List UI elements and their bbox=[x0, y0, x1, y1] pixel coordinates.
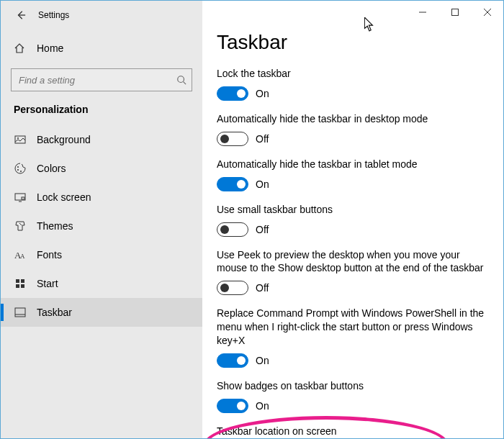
sidebar-item-lock-screen[interactable]: Lock screen bbox=[1, 183, 202, 212]
sidebar: Settings Home Personalization Background… bbox=[1, 1, 202, 438]
setting-label: Taskbar location on screen bbox=[217, 425, 489, 438]
svg-point-5 bbox=[17, 166, 19, 168]
toggle-powershell[interactable] bbox=[217, 353, 248, 368]
toggle-lock-taskbar[interactable] bbox=[217, 86, 248, 101]
setting-peek: Use Peek to preview the desktop when you… bbox=[217, 248, 489, 296]
section-title: Personalization bbox=[1, 101, 202, 125]
app-title: Settings bbox=[38, 10, 69, 20]
start-icon bbox=[14, 277, 27, 290]
sidebar-item-label: Start bbox=[37, 278, 58, 289]
setting-label: Replace Command Prompt with Windows Powe… bbox=[217, 307, 489, 348]
setting-label: Lock the taskbar bbox=[217, 67, 489, 81]
search-container bbox=[1, 63, 202, 101]
titlebar bbox=[202, 1, 503, 24]
svg-rect-9 bbox=[22, 197, 24, 199]
sidebar-item-label: Colors bbox=[37, 163, 66, 174]
nav-list: Background Colors Lock screen Themes AA … bbox=[1, 125, 202, 327]
setting-autohide-desktop: Automatically hide the taskbar in deskto… bbox=[217, 112, 489, 146]
sidebar-item-themes[interactable]: Themes bbox=[1, 212, 202, 240]
home-icon bbox=[14, 42, 27, 54]
setting-taskbar-location: Taskbar location on screen Bottom bbox=[217, 425, 489, 438]
toggle-state: On bbox=[256, 88, 269, 99]
setting-label: Use Peek to preview the desktop when you… bbox=[217, 248, 489, 276]
setting-autohide-tablet: Automatically hide the taskbar in tablet… bbox=[217, 158, 489, 191]
main-panel: Taskbar Lock the taskbar On Automaticall… bbox=[202, 1, 503, 438]
sidebar-item-label: Background bbox=[37, 134, 91, 145]
svg-rect-3 bbox=[15, 136, 25, 143]
close-button[interactable] bbox=[471, 1, 503, 23]
back-button[interactable] bbox=[6, 1, 35, 30]
setting-small-buttons: Use small taskbar buttons Off bbox=[217, 203, 489, 237]
toggle-small-buttons[interactable] bbox=[217, 222, 248, 237]
toggle-state: Off bbox=[256, 282, 269, 294]
sidebar-item-colors[interactable]: Colors bbox=[1, 154, 202, 183]
toggle-state: On bbox=[256, 400, 269, 412]
svg-text:A: A bbox=[20, 253, 25, 260]
setting-label: Automatically hide the taskbar in tablet… bbox=[217, 158, 489, 171]
sidebar-item-label: Lock screen bbox=[37, 191, 91, 203]
toggle-autohide-tablet[interactable] bbox=[217, 177, 248, 191]
svg-rect-17 bbox=[21, 284, 24, 288]
sidebar-item-background[interactable]: Background bbox=[1, 125, 202, 154]
setting-label: Show badges on taskbar buttons bbox=[217, 379, 489, 393]
toggle-state: On bbox=[256, 178, 269, 190]
search-input[interactable] bbox=[11, 68, 192, 91]
setting-lock-taskbar: Lock the taskbar On bbox=[217, 67, 489, 101]
svg-point-1 bbox=[178, 76, 184, 83]
minimize-button[interactable] bbox=[406, 1, 438, 23]
sidebar-item-taskbar[interactable]: Taskbar bbox=[1, 298, 202, 327]
search-icon bbox=[176, 75, 186, 85]
sidebar-item-label: Themes bbox=[37, 220, 73, 232]
themes-icon bbox=[14, 220, 27, 232]
svg-line-11 bbox=[19, 223, 22, 225]
svg-rect-15 bbox=[21, 279, 24, 283]
toggle-state: On bbox=[256, 355, 269, 366]
svg-rect-21 bbox=[451, 9, 458, 16]
setting-badges: Show badges on taskbar buttons On bbox=[217, 379, 489, 413]
setting-label: Use small taskbar buttons bbox=[217, 203, 489, 217]
sidebar-header: Settings bbox=[1, 1, 202, 30]
svg-rect-18 bbox=[15, 308, 25, 317]
toggle-state: Off bbox=[256, 133, 269, 145]
sidebar-item-fonts[interactable]: AA Fonts bbox=[1, 240, 202, 269]
arrow-left-icon bbox=[16, 10, 26, 20]
home-label: Home bbox=[37, 42, 63, 54]
lock-screen-icon bbox=[14, 191, 27, 204]
toggle-autohide-desktop[interactable] bbox=[217, 132, 248, 146]
setting-powershell: Replace Command Prompt with Windows Powe… bbox=[217, 307, 489, 368]
page-title: Taskbar bbox=[217, 31, 489, 54]
toggle-peek[interactable] bbox=[217, 281, 248, 295]
sidebar-item-label: Fonts bbox=[37, 249, 62, 261]
setting-label: Automatically hide the taskbar in deskto… bbox=[217, 112, 489, 126]
content-area[interactable]: Taskbar Lock the taskbar On Automaticall… bbox=[202, 24, 503, 438]
picture-icon bbox=[14, 133, 27, 146]
sidebar-item-label: Taskbar bbox=[37, 307, 72, 318]
fonts-icon: AA bbox=[14, 248, 27, 261]
toggle-badges[interactable] bbox=[217, 399, 248, 413]
sidebar-item-start[interactable]: Start bbox=[1, 269, 202, 298]
taskbar-icon bbox=[14, 306, 27, 319]
svg-point-6 bbox=[17, 169, 19, 171]
svg-line-2 bbox=[184, 82, 186, 85]
svg-rect-14 bbox=[16, 279, 19, 283]
maximize-button[interactable] bbox=[438, 1, 471, 23]
svg-rect-16 bbox=[16, 284, 19, 288]
svg-point-4 bbox=[17, 137, 19, 139]
toggle-state: Off bbox=[256, 224, 269, 235]
home-nav[interactable]: Home bbox=[1, 34, 202, 63]
palette-icon bbox=[14, 162, 27, 175]
svg-point-7 bbox=[20, 171, 22, 172]
